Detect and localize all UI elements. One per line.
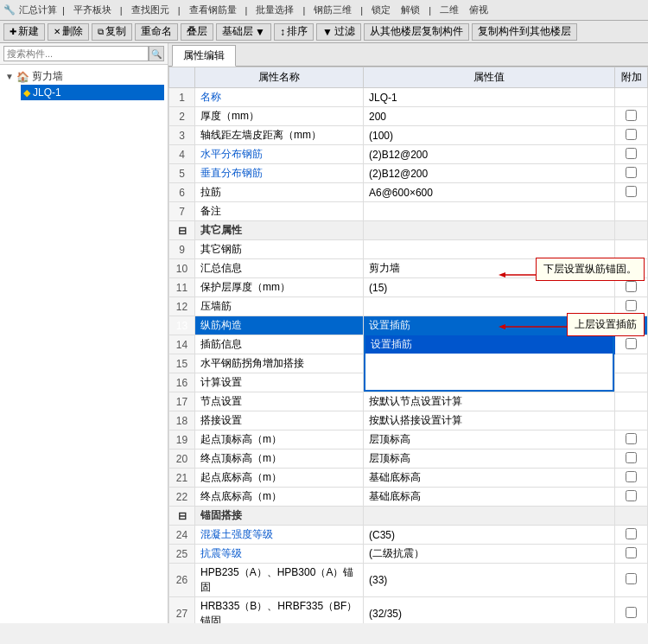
- row-add[interactable]: [615, 126, 648, 145]
- copy-from-floor-button[interactable]: 从其他楼层复制构件: [364, 23, 469, 41]
- toolbar-btn-suoding[interactable]: 锁定: [368, 3, 394, 17]
- col-header-val: 属性值: [364, 67, 615, 88]
- row-value[interactable]: 按默认搭接设置计算: [364, 411, 615, 430]
- row-value[interactable]: 按默认节点设置计算: [364, 392, 615, 411]
- row-value[interactable]: (2)B12@200: [364, 164, 615, 183]
- row-add[interactable]: [615, 430, 648, 450]
- add-checkbox[interactable]: [626, 471, 637, 482]
- add-checkbox[interactable]: [626, 433, 637, 444]
- guolv-button[interactable]: ▼过滤: [316, 23, 361, 41]
- toolbar-btn-3d[interactable]: 钢筋三维: [310, 3, 355, 17]
- search-input[interactable]: [3, 46, 149, 61]
- tab-property-edit[interactable]: 属性编辑: [172, 45, 236, 67]
- toolbar-btn-2d[interactable]: 二维: [436, 3, 462, 17]
- copy-button[interactable]: ⧉复制: [92, 23, 132, 41]
- paixu-button[interactable]: ↕排序: [274, 23, 314, 41]
- row-value[interactable]: [364, 507, 615, 526]
- toolbar-btn-fushi[interactable]: 俯视: [466, 3, 492, 17]
- row-value[interactable]: 层顶标高: [364, 430, 615, 450]
- row-num: 6: [169, 183, 195, 202]
- row-value[interactable]: (32/35): [364, 597, 615, 624]
- row-value[interactable]: JLQ-1: [364, 88, 615, 107]
- toolbar-btn-pingqi[interactable]: 平齐板块: [70, 3, 115, 17]
- row-value[interactable]: (100): [364, 126, 615, 145]
- row-value[interactable]: [364, 202, 615, 221]
- add-checkbox[interactable]: [626, 281, 637, 292]
- tree-area: ▼ 🏠 剪力墙 ◆ JLQ-1: [0, 65, 168, 623]
- row-add[interactable]: [615, 564, 648, 597]
- row-add[interactable]: [615, 469, 648, 488]
- row-value[interactable]: 200: [364, 107, 615, 126]
- row-value[interactable]: 层顶标高: [364, 450, 615, 469]
- row-num: 17: [169, 392, 195, 411]
- add-checkbox[interactable]: [626, 547, 637, 558]
- row-add[interactable]: [615, 335, 648, 354]
- table-row: 5垂直分布钢筋(2)B12@200: [169, 164, 648, 183]
- rename-button[interactable]: 重命名: [135, 23, 178, 41]
- row-name[interactable]: 混凝土强度等级: [195, 526, 364, 545]
- row-name[interactable]: 抗震等级: [195, 545, 364, 564]
- table-row: 4水平分布钢筋(2)B12@200: [169, 145, 648, 164]
- row-value[interactable]: 基础底标高: [364, 488, 615, 507]
- row-name: 汇总信息: [195, 259, 364, 278]
- toolbar-btn-chazhao[interactable]: 查找图元: [128, 3, 173, 17]
- add-checkbox[interactable]: [626, 129, 637, 140]
- row-value[interactable]: (2)B12@200: [364, 145, 615, 164]
- row-add[interactable]: [615, 164, 648, 183]
- add-checkbox[interactable]: [626, 167, 637, 178]
- add-checkbox[interactable]: [626, 300, 637, 311]
- dropdown-item[interactable]: 纵筋锚固: [365, 354, 613, 372]
- row-add[interactable]: [615, 107, 648, 126]
- row-num: 26: [169, 564, 195, 597]
- toolbar-btn-kangangjin[interactable]: 查看钢筋量: [186, 3, 240, 17]
- toolbar-btn-piliang[interactable]: 批量选择: [252, 3, 297, 17]
- row-add[interactable]: [615, 488, 648, 507]
- jichuceng-button[interactable]: 基础层 ▼: [216, 23, 271, 41]
- row-add[interactable]: [615, 145, 648, 164]
- dropdown-item[interactable]: 设置插筋: [365, 372, 613, 390]
- tree-child-jlq1[interactable]: ◆ JLQ-1: [21, 85, 164, 100]
- row-value[interactable]: (二级抗震）: [364, 545, 615, 564]
- row-value[interactable]: [364, 221, 615, 240]
- table-row: 1名称JLQ-1: [169, 88, 648, 107]
- add-checkbox[interactable]: [626, 186, 637, 197]
- row-add[interactable]: [615, 545, 648, 564]
- add-checkbox[interactable]: [626, 528, 637, 539]
- add-checkbox[interactable]: [626, 110, 637, 121]
- delete-button[interactable]: ✕删除: [48, 23, 89, 41]
- add-checkbox[interactable]: [626, 452, 637, 463]
- tree-child-label: JLQ-1: [33, 86, 61, 99]
- row-add[interactable]: [615, 526, 648, 545]
- row-name[interactable]: 名称: [195, 88, 364, 107]
- new-button[interactable]: ✚新建: [3, 23, 45, 41]
- row-value[interactable]: A6@600×600: [364, 183, 615, 202]
- row-name: 厚度（mm）: [195, 107, 364, 126]
- row-name[interactable]: 垂直分布钢筋: [195, 164, 364, 183]
- search-button[interactable]: 🔍: [149, 46, 164, 61]
- row-add[interactable]: [615, 450, 648, 469]
- tree-root-label: 剪力墙: [32, 69, 63, 84]
- row-value[interactable]: (33): [364, 564, 615, 597]
- add-checkbox[interactable]: [626, 148, 637, 159]
- copy-to-floor-button[interactable]: 复制构件到其他楼层: [472, 23, 577, 41]
- add-checkbox[interactable]: [626, 490, 637, 501]
- table-row: 3轴线距左墙皮距离（mm）(100): [169, 126, 648, 145]
- dropdown-item[interactable]: 设置插筋: [365, 335, 613, 354]
- add-checkbox[interactable]: [626, 338, 637, 349]
- row-name[interactable]: 水平分布钢筋: [195, 145, 364, 164]
- row-name: 插筋信息: [195, 335, 364, 354]
- dieceng-button[interactable]: 叠层: [181, 23, 213, 41]
- toolbar-btn-jiesuo[interactable]: 解锁: [397, 3, 423, 17]
- table-row: 2厚度（mm）200: [169, 107, 648, 126]
- add-checkbox[interactable]: [626, 607, 637, 618]
- row-value[interactable]: [364, 240, 615, 259]
- tooltip-upper: 上层设置插筋: [567, 313, 645, 336]
- row-value[interactable]: 基础底标高: [364, 469, 615, 488]
- tree-root-jianliqiang[interactable]: ▼ 🏠 剪力墙: [3, 68, 164, 85]
- row-add[interactable]: [615, 183, 648, 202]
- row-add[interactable]: [615, 597, 648, 624]
- add-checkbox[interactable]: [626, 573, 637, 584]
- tooltip-lower: 下层设置纵筋锚固。: [536, 258, 645, 281]
- row-value[interactable]: (C35): [364, 526, 615, 545]
- tree-child-icon: ◆: [23, 87, 30, 99]
